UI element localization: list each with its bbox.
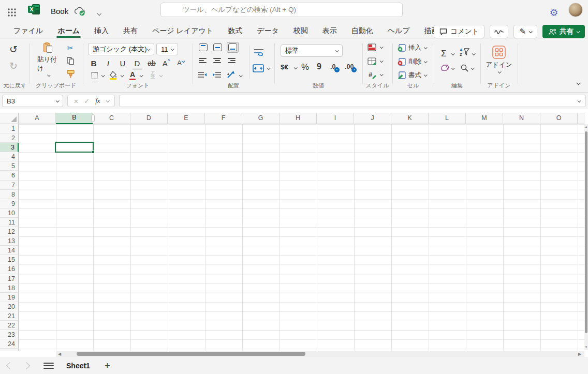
prev-sheet-icon[interactable] xyxy=(6,362,13,369)
cell-styles-chevron[interactable] xyxy=(380,72,384,76)
next-sheet-icon[interactable] xyxy=(23,362,30,369)
comma-format-button[interactable]: 9 xyxy=(317,62,321,71)
phonetic-chevron[interactable] xyxy=(159,73,163,77)
row-header-3[interactable]: 3 xyxy=(0,143,19,152)
row-header-19[interactable]: 19 xyxy=(0,293,19,302)
format-as-table-button[interactable] xyxy=(368,57,376,65)
autosum-chevron[interactable] xyxy=(451,52,455,55)
row-header-9[interactable]: 9 xyxy=(0,199,19,208)
font-color-button[interactable]: A xyxy=(128,69,137,80)
sort-chevron[interactable] xyxy=(472,52,476,55)
format-painter-icon[interactable] xyxy=(65,69,76,79)
text-orientation-button[interactable] xyxy=(227,70,235,79)
column-header-D[interactable]: D xyxy=(130,113,168,124)
cloud-saved-icon[interactable] xyxy=(74,6,87,17)
row-header-15[interactable]: 15 xyxy=(0,255,19,264)
user-avatar[interactable] xyxy=(568,3,583,17)
tab-insert[interactable]: 挿入 xyxy=(87,24,116,39)
clear-button[interactable] xyxy=(441,64,450,71)
row-header-16[interactable]: 16 xyxy=(0,264,19,274)
strikethrough-button[interactable]: ab xyxy=(146,59,157,67)
settings-gear-icon[interactable]: ⚙ xyxy=(547,5,561,20)
catchup-button[interactable] xyxy=(490,25,508,38)
insert-cells-button[interactable]: 挿入 xyxy=(398,43,427,52)
decrease-decimal-button[interactable]: .00› xyxy=(345,63,354,70)
column-header-O[interactable]: O xyxy=(540,113,578,124)
tab-page-layout[interactable]: ページ レイアウト xyxy=(145,24,220,39)
column-header-B[interactable]: B xyxy=(56,113,93,124)
cut-icon[interactable]: ✂ xyxy=(65,43,76,53)
grow-font-button[interactable]: A^ xyxy=(160,59,172,68)
scroll-right-arrow[interactable]: ▶ xyxy=(576,352,583,356)
tab-formulas[interactable]: 数式 xyxy=(220,24,249,39)
conditional-formatting-chevron[interactable] xyxy=(380,45,384,49)
find-chevron[interactable] xyxy=(471,66,475,70)
insert-function-icon[interactable]: fx xyxy=(95,97,100,105)
sort-filter-button[interactable]: AZ xyxy=(460,47,469,56)
excel-logo[interactable]: X xyxy=(28,4,40,15)
row-header-24[interactable]: 24 xyxy=(0,339,19,349)
delete-cells-button[interactable]: 削除 xyxy=(398,57,427,66)
editing-mode-button[interactable]: ✎ xyxy=(513,25,537,38)
row-header-23[interactable]: 23 xyxy=(0,330,19,339)
column-header-M[interactable]: M xyxy=(466,113,503,124)
phonetic-guide-button[interactable]: ア亜 xyxy=(148,69,157,80)
scroll-down-arrow[interactable]: ▼ xyxy=(584,346,588,349)
select-all-corner[interactable] xyxy=(0,113,19,124)
cell-styles-button[interactable]: # xyxy=(368,71,376,79)
format-cells-button[interactable]: 書式 xyxy=(398,71,427,80)
row-header-18[interactable]: 18 xyxy=(0,283,19,293)
align-middle-button[interactable] xyxy=(213,43,222,51)
tab-automate[interactable]: 自動化 xyxy=(344,24,380,39)
undo-button[interactable]: ↺ xyxy=(7,43,20,55)
fx-chevron[interactable] xyxy=(106,99,109,102)
conditional-formatting-button[interactable] xyxy=(368,43,376,51)
cells-area[interactable] xyxy=(19,124,584,351)
tab-shared[interactable]: 共有 xyxy=(116,24,145,39)
add-sheet-button[interactable]: + xyxy=(105,360,110,371)
column-header-K[interactable]: K xyxy=(391,113,429,124)
font-size-select[interactable]: 11 xyxy=(156,43,178,55)
tab-help[interactable]: ヘルプ xyxy=(380,24,417,39)
row-header-21[interactable]: 21 xyxy=(0,311,19,321)
horizontal-scrollbar[interactable]: ◀ ▶ xyxy=(56,351,584,357)
font-color-chevron[interactable] xyxy=(140,73,143,77)
sheet-tab-sheet1[interactable]: Sheet1 xyxy=(66,362,90,370)
tab-data[interactable]: データ xyxy=(249,24,286,39)
percent-format-button[interactable]: % xyxy=(301,62,309,72)
align-center-button[interactable] xyxy=(213,58,221,63)
currency-chevron[interactable] xyxy=(294,66,298,69)
scroll-left-arrow[interactable]: ◀ xyxy=(56,352,63,356)
shrink-font-button[interactable]: A xyxy=(175,59,186,67)
align-left-button[interactable] xyxy=(199,58,207,63)
cancel-icon[interactable]: × xyxy=(74,97,78,106)
column-header-N[interactable]: N xyxy=(503,113,540,124)
row-header-13[interactable]: 13 xyxy=(0,236,19,246)
column-header-J[interactable]: J xyxy=(354,113,391,124)
workbook-title[interactable]: Book xyxy=(51,7,68,16)
search-input[interactable]: ツール、ヘルプなどの検索 (Alt + Q) xyxy=(160,3,403,17)
decrease-indent-button[interactable] xyxy=(198,71,207,78)
column-header-C[interactable]: C xyxy=(93,113,130,124)
row-header-1[interactable]: 1 xyxy=(0,124,19,133)
fill-color-button[interactable] xyxy=(109,70,118,80)
align-bottom-button[interactable] xyxy=(227,42,239,53)
autosum-button[interactable]: Σ xyxy=(441,49,447,59)
double-underline-button[interactable]: D xyxy=(133,59,142,69)
title-chevron-icon[interactable] xyxy=(97,8,100,18)
copy-icon[interactable] xyxy=(65,56,76,66)
merge-chevron[interactable] xyxy=(267,66,271,70)
clear-chevron[interactable] xyxy=(451,66,455,70)
font-name-select[interactable]: 游ゴシック (本文) xyxy=(88,43,154,55)
align-top-button[interactable] xyxy=(199,43,208,51)
column-header-A[interactable]: A xyxy=(19,113,56,124)
share-button[interactable]: 共有 xyxy=(542,25,585,38)
number-format-select[interactable]: 標準 xyxy=(281,44,343,57)
column-header-H[interactable]: H xyxy=(280,113,317,124)
row-header-10[interactable]: 10 xyxy=(0,208,19,218)
redo-button[interactable]: ↻ xyxy=(7,60,20,71)
merge-cells-button[interactable] xyxy=(253,64,264,72)
increase-indent-button[interactable] xyxy=(212,71,222,78)
name-box[interactable]: B3 xyxy=(2,95,63,107)
italic-button[interactable]: I xyxy=(104,59,113,68)
